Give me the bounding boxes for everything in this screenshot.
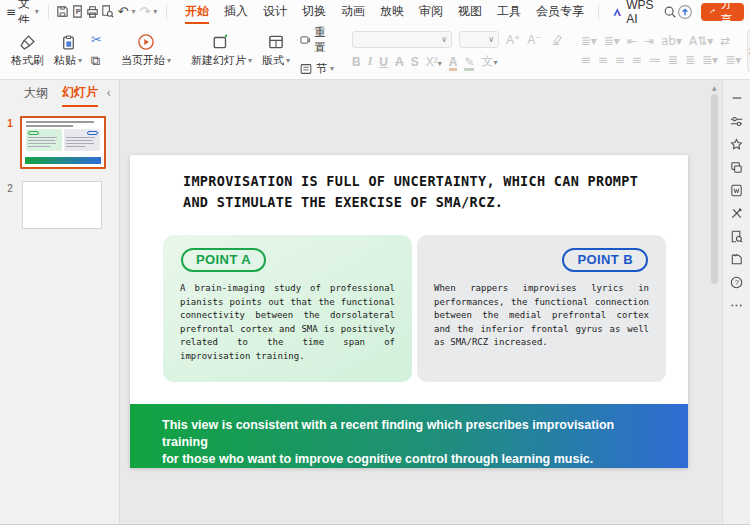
design-tools-icon[interactable] (729, 205, 745, 221)
point-b-text: When rappers improvises lyrics in perfor… (434, 282, 649, 350)
menu-tab[interactable]: 切换 (295, 0, 333, 24)
redo-icon: ↷ (139, 4, 150, 19)
menu-tab[interactable]: 会员专享 (529, 0, 591, 24)
print-button[interactable] (85, 3, 100, 20)
slide-title-line2: AND STIMULATE THE EXERCISE OF SMA/RCZ. (183, 192, 658, 213)
point-a-box[interactable]: POINT A A brain-imaging study of profess… (163, 235, 412, 382)
slide-layout-label: 版式 (262, 53, 284, 68)
copy-button[interactable]: ⧉ (91, 53, 102, 69)
slide-canvas-area[interactable]: IMPROVISATION IS FULL OF UNCERTAINTY, WH… (120, 80, 722, 524)
search-icon (663, 5, 677, 19)
point-a-text: A brain-imaging study of professional pi… (180, 282, 395, 364)
right-sidebar: ? (722, 80, 750, 524)
print-preview-button[interactable] (100, 3, 115, 20)
save-button[interactable] (55, 3, 70, 20)
wps-ai-logo-icon (612, 6, 622, 18)
text-shadow-button: S (411, 55, 419, 69)
alignment-tool-icon: ≣ (668, 53, 678, 67)
conclusion-banner[interactable]: This view is consistent with a recent fi… (130, 404, 688, 468)
menu-bar: ≡ 文件 ▾ P ↶ ▾ ↷ ▾ 开始插入设计切换动画放映审阅视图工具会员专享 (0, 0, 750, 23)
point-b-box[interactable]: POINT B When rappers improvises lyrics i… (417, 235, 666, 382)
underline-button: U (379, 55, 388, 69)
slide-layout-button[interactable]: 版式▾ (257, 25, 295, 76)
svg-text:?: ? (735, 278, 739, 287)
strikethrough-button: A (395, 55, 404, 69)
play-from-current-button[interactable]: 当页开始▾ (116, 25, 176, 76)
export-pdf-button[interactable]: P (70, 3, 85, 20)
search-button[interactable] (663, 3, 677, 20)
font-color-button: A (449, 55, 458, 69)
paste-button[interactable]: 粘贴▾ (49, 25, 87, 76)
paragraph-tool-icon: ⇄ (720, 34, 730, 48)
font-group: ∨ ∨ A⁺ A⁻ B I U A S X²▾ A ✎ 文▾ (348, 25, 567, 76)
new-slide-button[interactable]: 新建幻灯片▾ (186, 25, 257, 76)
properties-sliders-icon[interactable] (729, 113, 745, 129)
section-button[interactable]: 节 ▾ (299, 61, 334, 76)
point-b-badge: POINT B (562, 248, 648, 272)
paragraph-tool-icon: ⇥ (644, 34, 654, 48)
print-preview-icon (100, 4, 115, 19)
slide-1-thumbnail[interactable] (20, 116, 106, 169)
new-slide-icon (212, 33, 230, 51)
paragraph-tool-icon: ⇤ (627, 34, 637, 48)
divider (598, 5, 599, 19)
help-icon[interactable]: ? (729, 274, 745, 290)
alignment-tool-icon: ≡ (615, 53, 625, 67)
slide-2-number: 2 (0, 181, 20, 229)
chevron-down-icon: ▾ (286, 56, 290, 65)
play-icon (137, 33, 155, 51)
reset-slide-button[interactable]: 重置 (299, 25, 334, 55)
divider (166, 5, 167, 19)
alignment-tool-icon: ≡ (598, 53, 608, 67)
menu-tab[interactable]: 设计 (256, 0, 294, 24)
play-from-current-label: 当页开始 (121, 53, 165, 68)
word-art-icon[interactable] (729, 182, 745, 198)
divider (48, 5, 49, 19)
undo-dropdown-icon[interactable]: ▾ (131, 7, 135, 16)
cloud-upload-button[interactable] (677, 3, 693, 20)
collapse-panel-icon[interactable]: ‹ (106, 86, 111, 100)
slide-2-thumbnail[interactable] (22, 181, 102, 229)
banner-line2: for those who want to improve cognitive … (162, 451, 648, 468)
paragraph-tool-icon: ≣▾ (581, 34, 597, 48)
wps-ai-button[interactable]: WPS AI (612, 0, 657, 26)
new-slide-label: 新建幻灯片 (191, 53, 246, 68)
scroll-up-icon[interactable]: ▲ (712, 84, 717, 91)
menu-tab[interactable]: 开始 (178, 0, 216, 24)
redo-button[interactable]: ↷ ▾ (137, 4, 159, 19)
document-search-icon[interactable] (729, 228, 745, 244)
clip-document-icon[interactable] (729, 251, 745, 267)
redo-dropdown-icon[interactable]: ▾ (153, 7, 157, 16)
wps-ai-label: WPS AI (626, 0, 657, 26)
tab-slides[interactable]: 幻灯片 (62, 80, 98, 107)
format-painter-button[interactable]: 格式刷 (6, 25, 49, 76)
undo-button[interactable]: ↶ ▾ (115, 4, 137, 19)
vertical-scrollbar[interactable]: ▲ (711, 86, 719, 524)
menu-tab[interactable]: 视图 (451, 0, 489, 24)
share-button[interactable]: 分享 (701, 3, 744, 21)
svg-text:P: P (76, 7, 81, 16)
more-options-icon[interactable] (729, 297, 745, 313)
slide-panel: 大纲 幻灯片 ‹ 1 (0, 80, 120, 524)
ribbon-tabs: 开始插入设计切换动画放映审阅视图工具会员专享 (178, 0, 591, 24)
menu-tab[interactable]: 工具 (490, 0, 528, 24)
alignment-tool-icon: ≣▾ (725, 53, 741, 67)
shapes-layers-icon[interactable] (729, 159, 745, 175)
tab-outline[interactable]: 大纲 (24, 81, 48, 106)
collapse-sidebar-button[interactable] (729, 90, 745, 106)
font-family-select: ∨ (352, 31, 452, 48)
menu-tab[interactable]: 插入 (217, 0, 255, 24)
slide-title[interactable]: IMPROVISATION IS FULL OF UNCERTAINTY, WH… (183, 171, 658, 213)
ribbon-toolbar: 格式刷 粘贴▾ ✂ ⧉ 当页开始▾ 新建幻灯片▾ 版式▾ 重置 (0, 23, 750, 80)
scrollbar-thumb[interactable] (711, 94, 718, 284)
menu-tab[interactable]: 动画 (334, 0, 372, 24)
phonetic-guide-button: 文▾ (481, 53, 497, 70)
hamburger-icon[interactable]: ≡ (6, 5, 16, 19)
format-painter-label: 格式刷 (11, 53, 44, 68)
favorites-star-icon[interactable] (729, 136, 745, 152)
menu-tab[interactable]: 放映 (373, 0, 411, 24)
slide-1-number: 1 (0, 116, 20, 169)
cut-button[interactable]: ✂ (91, 32, 102, 47)
menu-tab[interactable]: 审阅 (412, 0, 450, 24)
slide-editor[interactable]: IMPROVISATION IS FULL OF UNCERTAINTY, WH… (130, 155, 688, 468)
